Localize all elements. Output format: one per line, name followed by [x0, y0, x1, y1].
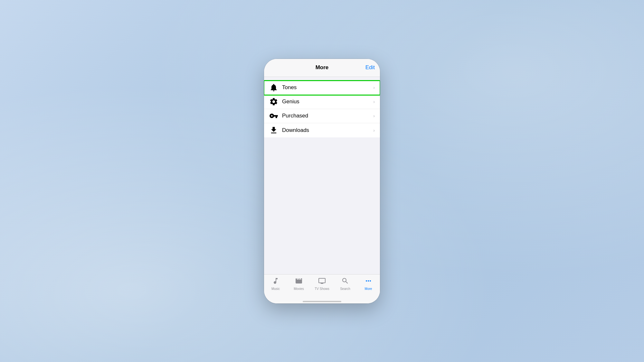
downloads-chevron: › — [373, 128, 375, 133]
downloads-label: Downloads — [282, 127, 373, 134]
more-icon — [365, 277, 372, 286]
phone-frame: More Edit Tones › — [264, 59, 380, 303]
music-icon — [272, 277, 279, 286]
tab-movies[interactable]: Movies — [287, 277, 310, 291]
content-area: Tones › Genius › P — [264, 77, 380, 274]
menu-item-genius[interactable]: Genius › — [264, 95, 380, 109]
tab-more[interactable]: More — [357, 277, 380, 291]
menu-item-downloads[interactable]: Downloads › — [264, 123, 380, 137]
menu-item-tones[interactable]: Tones › — [264, 81, 380, 95]
tvshows-tab-label: TV Shows — [315, 287, 329, 291]
tab-bar: Music Movies TV Shows — [264, 274, 380, 301]
tvshows-icon — [318, 277, 326, 286]
home-bar — [303, 301, 341, 302]
menu-list: Tones › Genius › P — [264, 81, 380, 137]
tones-label: Tones — [282, 84, 373, 91]
menu-item-purchased[interactable]: Purchased › — [264, 109, 380, 123]
bell-icon — [269, 83, 278, 92]
more-tab-label: More — [365, 287, 372, 291]
tab-search[interactable]: Search — [334, 277, 357, 291]
purchased-label: Purchased — [282, 113, 373, 119]
movies-icon — [295, 277, 303, 286]
genius-chevron: › — [373, 99, 375, 104]
movies-tab-label: Movies — [294, 287, 304, 291]
tab-music[interactable]: Music — [264, 277, 287, 291]
gear-icon — [269, 97, 278, 106]
edit-button[interactable]: Edit — [365, 64, 375, 71]
genius-label: Genius — [282, 98, 373, 105]
nav-bar: More Edit — [264, 59, 380, 77]
purchased-chevron: › — [373, 113, 375, 118]
home-indicator — [264, 301, 380, 303]
tones-chevron: › — [373, 85, 375, 90]
search-tab-label: Search — [340, 287, 350, 291]
tab-tvshows[interactable]: TV Shows — [310, 277, 334, 291]
music-tab-label: Music — [271, 287, 280, 291]
key-icon — [269, 111, 278, 120]
download-icon — [269, 126, 278, 135]
nav-title: More — [316, 64, 329, 71]
search-icon — [341, 277, 349, 286]
